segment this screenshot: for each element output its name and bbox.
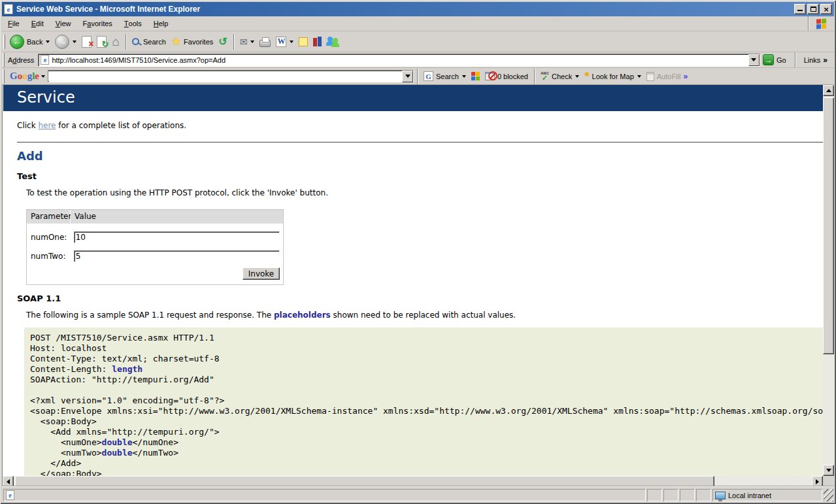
address-dropdown-button[interactable] xyxy=(748,54,760,66)
addressbar-grip[interactable] xyxy=(3,53,5,67)
refresh-icon: ↻ xyxy=(97,36,107,48)
invoke-button[interactable]: Invoke xyxy=(242,267,280,280)
close-button[interactable]: × xyxy=(820,4,832,14)
google-logo-dropdown-icon[interactable] xyxy=(41,75,45,78)
status-main-pane: e xyxy=(3,489,646,501)
google-g-icon: G xyxy=(424,71,433,81)
print-icon xyxy=(259,40,271,47)
horizontal-scrollbar[interactable] xyxy=(3,476,823,487)
more-options-chevron-icon[interactable]: » xyxy=(683,72,688,81)
history-button[interactable]: ↺ xyxy=(216,35,229,48)
menu-label: ile xyxy=(12,20,20,27)
back-icon: ← xyxy=(10,35,24,49)
scroll-down-button[interactable] xyxy=(823,465,834,476)
mail-icon: ✉ xyxy=(240,37,248,46)
forward-dropdown-icon[interactable] xyxy=(73,41,76,43)
address-bar: Address e → Go Links » xyxy=(2,52,834,68)
menu-edit[interactable]: Edit xyxy=(25,16,50,31)
google-logo[interactable]: Google xyxy=(7,71,41,82)
check-label: Check xyxy=(552,73,572,80)
back-button[interactable]: ← Back xyxy=(7,33,52,50)
toolbar-separator xyxy=(795,52,795,68)
stop-button[interactable]: × xyxy=(79,35,94,49)
googlebar-grip[interactable] xyxy=(3,69,5,84)
toolbar-grip[interactable] xyxy=(3,35,5,49)
go-button[interactable]: → Go xyxy=(760,54,792,66)
note-icon xyxy=(299,37,308,46)
scroll-left-button[interactable] xyxy=(3,476,14,487)
table-header-row: Parameter Value xyxy=(27,210,283,224)
back-label: Back xyxy=(27,38,42,46)
edit-with-word-button[interactable]: W xyxy=(273,35,296,48)
autofill-label: AutoFill xyxy=(657,73,681,80)
google-search-button[interactable]: G Search xyxy=(421,70,469,82)
menu-label: elp xyxy=(159,20,169,27)
print-button[interactable] xyxy=(257,35,273,48)
map-label: Look for Map xyxy=(592,73,634,80)
intro-text: Click here for a complete list of operat… xyxy=(17,121,823,130)
search-button[interactable]: Search xyxy=(129,37,169,47)
numtwo-input[interactable] xyxy=(74,250,280,262)
arrow-right-icon xyxy=(816,479,819,484)
invoke-row: Invoke xyxy=(29,265,280,280)
code-line: <numTwo>double</numTwo> xyxy=(30,448,823,458)
horizontal-scroll-thumb[interactable] xyxy=(15,476,714,487)
address-input[interactable] xyxy=(52,55,746,65)
soap-heading: SOAP 1.1 xyxy=(17,294,823,303)
refresh-button[interactable]: ↻ xyxy=(94,35,109,49)
toolbar-separator xyxy=(417,69,418,84)
forward-button[interactable]: → xyxy=(52,33,79,50)
soap-code: POST /MIST7510/Service.asmx HTTP/1.1Host… xyxy=(24,328,823,476)
popup-blocker-button[interactable]: 0 blocked xyxy=(482,71,531,82)
spellcheck-button[interactable]: ABC✓ Check xyxy=(538,70,582,83)
resize-grip[interactable] xyxy=(824,489,833,501)
menu-help[interactable]: Help xyxy=(148,16,175,31)
discuss-button[interactable] xyxy=(296,36,310,48)
google-search-options-icon[interactable] xyxy=(462,75,466,78)
google-search-input[interactable] xyxy=(48,71,402,81)
scroll-up-button[interactable] xyxy=(823,85,834,96)
home-button[interactable]: ⌂ xyxy=(109,34,122,49)
edit-dropdown-icon[interactable] xyxy=(290,41,293,43)
scroll-right-button[interactable] xyxy=(812,476,823,487)
maximize-button[interactable] xyxy=(807,4,819,14)
browser-window: e Service Web Service - Microsoft Intern… xyxy=(0,0,836,504)
back-dropdown-icon[interactable] xyxy=(46,41,50,43)
links-label: Links xyxy=(804,56,821,64)
numone-input[interactable] xyxy=(74,231,280,243)
google-search-dropdown-button[interactable] xyxy=(402,71,413,82)
menu-file[interactable]: File xyxy=(2,16,25,31)
google-logo-letter: g xyxy=(27,71,33,82)
favorites-button[interactable]: ★ Favorites xyxy=(169,35,216,48)
map-wand-icon: * xyxy=(584,73,589,80)
status-pane xyxy=(680,489,695,501)
autofill-button[interactable]: AutoFill xyxy=(644,71,684,82)
map-dropdown-icon[interactable] xyxy=(637,75,641,78)
service-banner: Service xyxy=(3,85,823,111)
throbber xyxy=(808,16,834,31)
minimize-button[interactable] xyxy=(794,4,806,14)
google-search-field xyxy=(48,70,414,82)
menu-view[interactable]: View xyxy=(50,16,77,31)
arrow-up-icon xyxy=(826,89,831,92)
soap-desc-pre: The following is a sample SOAP 1.1 reque… xyxy=(26,311,274,320)
vertical-scrollbar[interactable] xyxy=(823,85,834,476)
column-header-value: Value xyxy=(71,210,283,223)
code-line: Host: localhost xyxy=(30,343,823,354)
operations-list-link[interactable]: here xyxy=(38,121,56,130)
messenger-button[interactable] xyxy=(324,35,343,48)
menu-favorites[interactable]: Favorites xyxy=(77,16,118,31)
code-line: <soap:Body> xyxy=(30,416,823,427)
table-row: numOne: xyxy=(29,227,280,246)
mail-dropdown-icon[interactable] xyxy=(250,41,254,43)
page-info-button[interactable] xyxy=(469,71,482,82)
links-bar[interactable]: Links » xyxy=(799,56,833,65)
toolbar-separator xyxy=(534,69,535,84)
research-button[interactable] xyxy=(310,35,324,48)
menu-tools[interactable]: Tools xyxy=(118,16,148,31)
mail-button[interactable]: ✉ xyxy=(237,36,258,48)
chevron-down-icon xyxy=(751,58,756,61)
look-for-map-button[interactable]: * Look for Map xyxy=(582,71,644,82)
vertical-scroll-thumb[interactable] xyxy=(823,97,834,354)
check-dropdown-icon[interactable] xyxy=(575,75,579,78)
